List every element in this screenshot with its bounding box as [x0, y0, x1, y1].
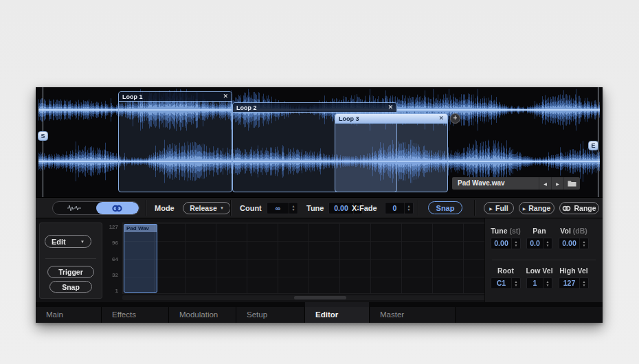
sample-start-handle[interactable]: S [38, 131, 48, 141]
close-icon[interactable]: ✕ [388, 104, 393, 111]
zone-tune-field[interactable]: 0.00 ▲▼ [491, 238, 521, 249]
step-down-icon[interactable]: ▼ [583, 284, 586, 287]
zone-pan-field[interactable]: 0.0 ▲▼ [526, 238, 552, 249]
loop-range-button[interactable]: Range [559, 202, 599, 214]
sample-zone[interactable]: Pad Wav [124, 224, 157, 293]
waveform-view-segment[interactable] [53, 202, 96, 214]
toolbar-divider [146, 200, 146, 216]
sample-filename[interactable]: Pad Wave.wav [452, 177, 539, 190]
zone-lowvel-field[interactable]: 1 ▲▼ [526, 277, 552, 289]
mode-dropdown[interactable]: Release ▼ [183, 202, 231, 214]
loop-icon [562, 205, 571, 212]
step-down-icon[interactable]: ▼ [292, 208, 295, 212]
trigger-button[interactable]: Trigger [47, 266, 94, 278]
page-tab-bar: Main Effects Modulation Setup Editor Mas… [36, 307, 603, 323]
param-highvel-label: High Vel [556, 266, 592, 275]
loop-2-titlebar[interactable]: Loop 2 ✕ [233, 103, 396, 113]
step-down-icon[interactable]: ▼ [546, 244, 550, 247]
zone-vol-value: 0.00 [559, 238, 579, 249]
loop-1-titlebar[interactable]: Loop 1 ✕ [119, 92, 232, 102]
zone-pan-value: 0.0 [527, 238, 543, 249]
folder-icon [568, 180, 576, 187]
tune-value: 0.00 [329, 203, 353, 214]
desktop-background: S E Loop 1 ✕ Loop 2 ✕ Loop 3 ✕ [0, 0, 639, 364]
count-stepper[interactable]: ▲▼ [289, 203, 298, 214]
velocity-tick: 1 [115, 288, 118, 294]
loop-1-label: Loop 1 [122, 93, 143, 100]
play-full-button[interactable]: ▶ Full [484, 202, 514, 214]
zone-root-stepper[interactable]: ▲▼ [511, 278, 520, 288]
edit-label: Edit [52, 238, 66, 246]
zone-tune-value: 0.00 [491, 238, 511, 249]
xfade-value: 0 [385, 203, 404, 214]
edit-dropdown[interactable]: Edit ▼ [45, 235, 91, 248]
sample-start-line[interactable] [43, 87, 43, 197]
loop-view-segment[interactable] [96, 202, 139, 214]
tab-main[interactable]: Main [36, 307, 102, 323]
tab-editor[interactable]: Editor [305, 307, 370, 323]
previous-sample-button[interactable]: ◀ [539, 177, 551, 190]
zone-root-field[interactable]: C1 ▲▼ [491, 277, 521, 289]
tab-modulation[interactable]: Modulation [169, 307, 236, 323]
waveform-icon [67, 204, 82, 212]
browse-sample-button[interactable] [563, 177, 580, 190]
step-down-icon[interactable]: ▼ [583, 244, 586, 247]
key-zone-grid[interactable] [122, 223, 489, 294]
count-label: Count [240, 198, 262, 218]
xfade-stepper[interactable]: ▲▼ [404, 203, 413, 214]
xfade-field[interactable]: 0 ▲▼ [385, 202, 414, 214]
sample-file-bar: Pad Wave.wav ◀ ▶ [452, 177, 580, 190]
panel-divider [492, 260, 596, 260]
zone-snap-button[interactable]: Snap [49, 281, 92, 293]
snap-label: Snap [436, 204, 455, 212]
zone-highvel-stepper[interactable]: ▲▼ [579, 278, 588, 288]
zone-scrollbar-thumb[interactable] [294, 296, 346, 299]
zone-editor-section: Edit ▼ Trigger Snap 127 96 64 32 1 Pad W… [36, 218, 603, 302]
vol-text: Vol [560, 227, 571, 235]
zone-tools-panel: Edit ▼ Trigger Snap [39, 223, 102, 299]
velocity-tick: 64 [112, 256, 118, 262]
loop-range-label: Range [574, 204, 596, 212]
param-root-label: Root [491, 266, 521, 275]
chevron-down-icon: ▼ [220, 206, 224, 210]
close-icon[interactable]: ✕ [438, 115, 444, 122]
tab-effects[interactable]: Effects [102, 307, 169, 323]
step-down-icon[interactable]: ▼ [407, 208, 411, 212]
zone-highvel-value: 127 [559, 278, 579, 288]
step-down-icon[interactable]: ▼ [515, 284, 518, 287]
velocity-tick: 96 [112, 240, 118, 246]
view-mode-toggle[interactable] [52, 201, 139, 215]
loop-region-1[interactable]: Loop 1 ✕ [118, 91, 232, 192]
snap-toggle-button[interactable]: Snap [428, 201, 462, 214]
velocity-tick: 127 [109, 224, 118, 230]
loop-region-3[interactable]: Loop 3 ✕ [335, 113, 448, 192]
param-pan-label: Pan [526, 227, 552, 235]
step-down-icon[interactable]: ▼ [546, 284, 550, 287]
zone-pan-stepper[interactable]: ▲▼ [543, 238, 552, 249]
chevron-down-icon: ▼ [80, 240, 85, 244]
next-sample-button[interactable]: ▶ [551, 177, 563, 190]
tab-setup[interactable]: Setup [236, 307, 305, 323]
zone-tune-stepper[interactable]: ▲▼ [511, 238, 520, 249]
loop-3-titlebar[interactable]: Loop 3 ✕ [335, 114, 447, 124]
sample-end-handle[interactable]: E [588, 141, 598, 150]
tab-master[interactable]: Master [370, 307, 456, 323]
count-value: ∞ [267, 203, 289, 214]
panel-divider [45, 258, 96, 259]
count-field[interactable]: ∞ ▲▼ [267, 202, 298, 214]
zone-vol-stepper[interactable]: ▲▼ [579, 238, 588, 249]
close-icon[interactable]: ✕ [223, 93, 228, 100]
waveform-display[interactable]: S E Loop 1 ✕ Loop 2 ✕ Loop 3 ✕ [36, 87, 603, 197]
next-icon: ▶ [556, 181, 559, 186]
play-range-button[interactable]: ▶ Range [519, 202, 554, 214]
step-down-icon[interactable]: ▼ [515, 244, 518, 247]
loop-3-label: Loop 3 [339, 115, 359, 122]
zone-vol-field[interactable]: 0.00 ▲▼ [559, 238, 589, 249]
zone-root-value: C1 [491, 278, 511, 288]
zone-lowvel-value: 1 [527, 278, 543, 288]
add-loop-button[interactable]: + [450, 113, 460, 124]
zone-scrollbar[interactable] [122, 295, 489, 300]
zone-highvel-field[interactable]: 127 ▲▼ [559, 277, 589, 289]
mode-label: Mode [155, 198, 175, 218]
zone-lowvel-stepper[interactable]: ▲▼ [543, 278, 552, 288]
